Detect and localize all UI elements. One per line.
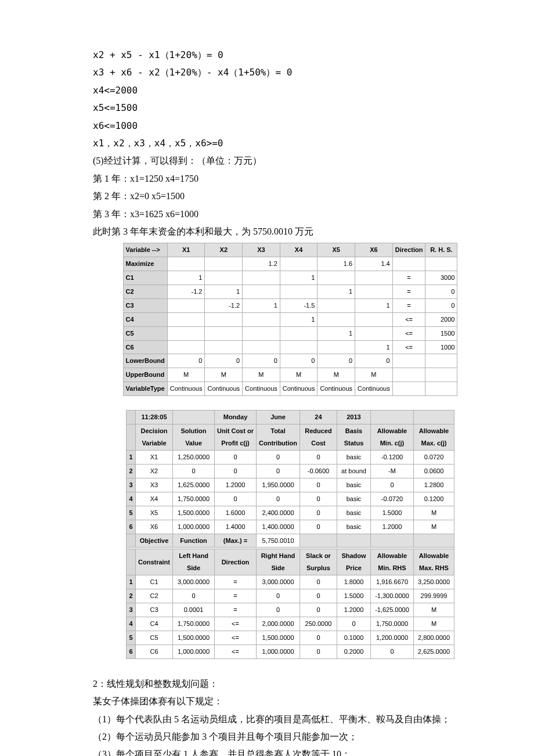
cell: 3,000.0000: [257, 575, 300, 589]
cell: 0: [355, 354, 393, 368]
cell: [425, 382, 457, 396]
calc-intro: (5)经过计算，可以得到：（单位：万元）: [93, 152, 488, 170]
cell: [317, 298, 355, 312]
cell: -M: [370, 465, 413, 478]
cell: basic: [337, 520, 370, 534]
cell: 1.6: [317, 257, 355, 271]
cell: 2,800.0000: [413, 631, 454, 645]
cell: 0.2000: [337, 645, 370, 658]
cell: 1.5000: [370, 506, 413, 520]
cell: 0.0600: [413, 465, 454, 478]
col-header: Allowable Max. c(j): [413, 424, 454, 451]
cell: -1,300.0000: [370, 589, 413, 603]
cell: =: [215, 589, 257, 603]
cell: C6: [136, 645, 173, 658]
cell: 1,000.0000: [173, 520, 215, 534]
cell: 1.5000: [337, 589, 370, 603]
cell: 1: [243, 298, 280, 312]
row-num: 1: [127, 575, 136, 589]
rule-item: （2）每个运动员只能参加 3 个项目并且每个项目只能参加一次；: [93, 728, 488, 746]
row-num: 6: [127, 645, 136, 658]
cell: [167, 257, 205, 271]
cell: 1.4: [355, 257, 393, 271]
cell: 0: [205, 354, 243, 368]
cell: 1: [317, 285, 355, 298]
cell: Continuous: [280, 382, 317, 396]
cell: <=: [392, 312, 425, 326]
year-result: 第 1 年：x1=1250 x4=1750: [93, 170, 488, 188]
row-spacer: [127, 424, 136, 451]
rule-item: （3）每个项目至少有 1 人参赛，并且总得参赛人次数等于 10；: [93, 746, 488, 756]
time-cell: [370, 411, 413, 424]
objective-label: Objective: [136, 534, 173, 548]
cell: C4: [136, 617, 173, 631]
cell: Continuous: [167, 382, 205, 396]
cell: C2: [136, 589, 173, 603]
cell: 0: [167, 354, 205, 368]
cell: [243, 271, 280, 285]
cell: [243, 340, 280, 354]
cell: 1: [317, 326, 355, 340]
cell: 1.6000: [215, 506, 257, 520]
cell: [317, 312, 355, 326]
cell: [205, 312, 243, 326]
cell: X6: [136, 520, 173, 534]
cell: [392, 382, 425, 396]
cell: 1,916.6670: [370, 575, 413, 589]
cell: 0: [425, 298, 457, 312]
result-table: 11:28:05 Monday June 24 2013 Decision Va…: [126, 410, 454, 658]
row-num: 3: [127, 603, 136, 617]
cell: [167, 340, 205, 354]
cell: [280, 340, 317, 354]
cell: 0: [300, 506, 337, 520]
col-header: Left Hand Side: [173, 549, 215, 575]
cell: 1,950.0000: [257, 478, 300, 492]
cell: X4: [136, 492, 173, 506]
row-label: LowerBound: [123, 354, 167, 368]
cell: -1,625.0000: [370, 603, 413, 617]
cell: 0: [173, 465, 215, 478]
cell: 0: [300, 520, 337, 534]
cell: [425, 368, 457, 382]
cell: -0.0720: [370, 492, 413, 506]
row-label: UpperBound: [123, 368, 167, 382]
cell: 3000: [425, 271, 457, 285]
cell: 1: [280, 312, 317, 326]
equation: x5<=1500: [93, 99, 488, 117]
objective-label: (Max.) =: [215, 534, 257, 548]
cell: -0.0600: [300, 465, 337, 478]
cell: 0: [257, 492, 300, 506]
row-label: VariableType: [123, 382, 167, 396]
cell: [205, 257, 243, 271]
row-label: C5: [123, 326, 167, 340]
col-header: X3: [243, 243, 280, 257]
col-header: Basis Status: [337, 424, 370, 451]
cell: M: [413, 603, 454, 617]
cell: -0.1200: [370, 451, 413, 465]
cell: 0: [280, 354, 317, 368]
col-header: Allowable Max. RHS: [413, 549, 454, 575]
cell: C1: [136, 575, 173, 589]
cell: [167, 312, 205, 326]
cell: [413, 534, 454, 548]
time-cell: Monday: [215, 411, 257, 424]
row-num: 4: [127, 492, 136, 506]
cell: 1,750.0000: [173, 492, 215, 506]
cell: M: [413, 617, 454, 631]
cell: 0: [300, 575, 337, 589]
cell: [280, 257, 317, 271]
cell: 0.0001: [173, 603, 215, 617]
cell: 1,625.0000: [173, 478, 215, 492]
cell: 0: [215, 451, 257, 465]
cell: X5: [136, 506, 173, 520]
cell: 0: [300, 645, 337, 658]
cell: M: [243, 368, 280, 382]
cell: [243, 326, 280, 340]
col-header: X5: [317, 243, 355, 257]
equation: x4<=2000: [93, 82, 488, 99]
col-header: Direction: [392, 243, 425, 257]
cell: M: [355, 368, 393, 382]
cell: 1: [280, 271, 317, 285]
cell: [355, 271, 393, 285]
cell: 2000: [425, 312, 457, 326]
